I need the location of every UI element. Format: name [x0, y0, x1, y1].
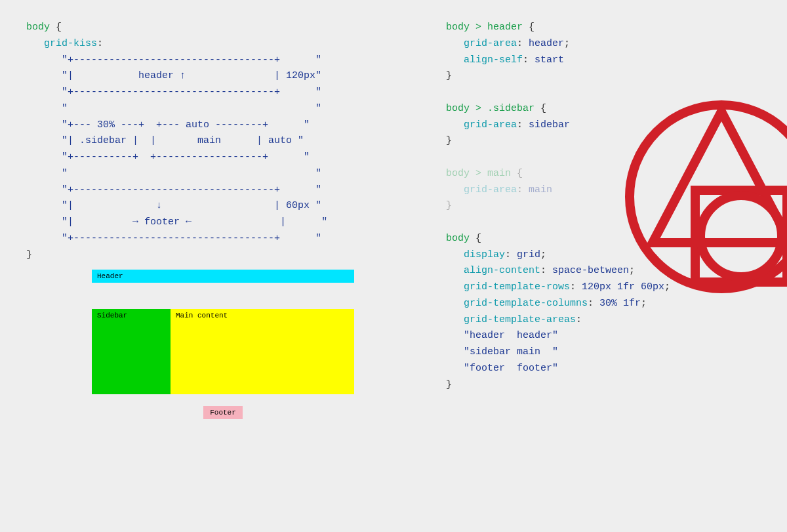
grid-demo: Header Sidebar Main content Footer	[92, 270, 354, 419]
selector-body: body	[26, 22, 50, 33]
selector-body-header: body > header	[446, 22, 523, 33]
selector-body-sidebar: body > .sidebar	[446, 103, 535, 114]
arrow-down-icon: ↓	[156, 200, 162, 211]
arrow-up-icon: ↑	[180, 70, 186, 81]
demo-main: Main content	[171, 309, 354, 394]
demo-footer: Footer	[203, 406, 243, 419]
arrow-right-icon: →	[132, 216, 138, 228]
demo-header: Header	[92, 270, 354, 283]
code-left: body { grid-kiss: "+--------------------…	[26, 20, 394, 263]
code-right: body > header { grid-area: header; align…	[446, 20, 761, 393]
selector-body-2: body	[446, 233, 470, 244]
arrow-left-icon: ←	[186, 216, 192, 228]
selector-body-main: body > main	[446, 168, 511, 179]
demo-sidebar: Sidebar	[92, 309, 171, 394]
prop-grid-kiss: grid-kiss	[44, 38, 97, 49]
